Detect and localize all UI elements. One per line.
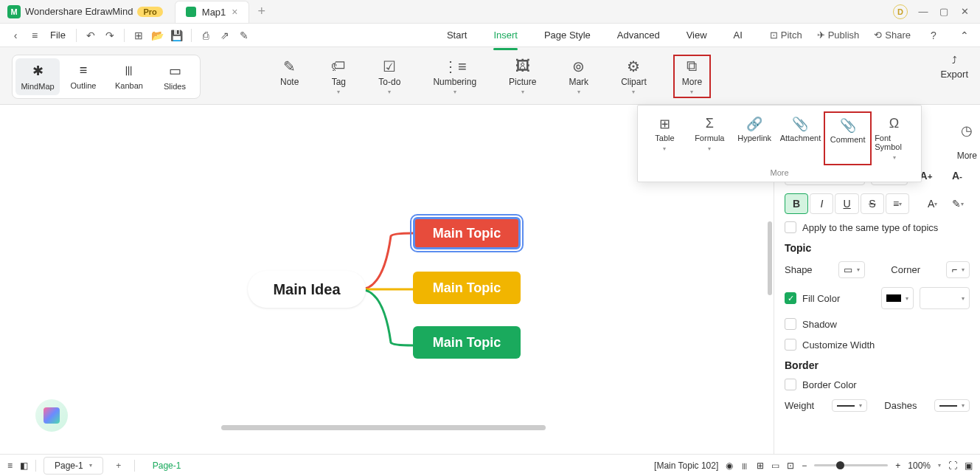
- back-icon[interactable]: ‹: [7, 27, 24, 44]
- outline-toggle-icon[interactable]: ≡: [7, 461, 13, 471]
- zoom-slider[interactable]: [814, 464, 888, 466]
- history-icon[interactable]: ◷: [961, 123, 973, 139]
- shape-select[interactable]: ▭▾: [838, 261, 865, 278]
- insert-todo[interactable]: ☑To-do▾: [372, 55, 406, 98]
- insert-clipart[interactable]: ⚙Clipart▾: [615, 55, 653, 98]
- fill-color-select[interactable]: ▾: [920, 287, 970, 309]
- menu-icon[interactable]: ≡: [27, 27, 43, 44]
- export-button[interactable]: ⤴Export: [940, 55, 968, 80]
- pitch-button[interactable]: ⊡Pitch: [770, 30, 802, 41]
- zoom-value[interactable]: 100%: [908, 461, 931, 471]
- share-button[interactable]: ⟲Share: [874, 30, 911, 41]
- minimize-icon[interactable]: —: [918, 7, 928, 17]
- border-section-label: Border: [785, 359, 970, 371]
- border-color-checkbox[interactable]: Border Color: [785, 379, 970, 390]
- redo-icon[interactable]: ↷: [102, 27, 118, 44]
- insert-mark[interactable]: ⊚Mark▾: [563, 55, 594, 98]
- insert-tag[interactable]: 🏷Tag▾: [325, 55, 352, 98]
- tab-ai[interactable]: AI: [734, 25, 743, 45]
- add-tab-button[interactable]: +: [258, 4, 266, 19]
- doc-icon: [186, 7, 196, 17]
- node-topic-3[interactable]: Main Topic: [413, 326, 521, 359]
- print-icon[interactable]: ⎙: [198, 27, 214, 44]
- view-mindmap[interactable]: ✱MindMap: [15, 58, 60, 95]
- maximize-icon[interactable]: ▢: [939, 7, 949, 17]
- share-icon[interactable]: ⇗: [217, 27, 233, 44]
- app-logo-icon: M: [7, 5, 21, 18]
- apply-same-checkbox[interactable]: Apply to the same type of topics: [785, 221, 970, 233]
- zoom-in-button[interactable]: +: [895, 461, 900, 471]
- fill-pattern-select[interactable]: ▾: [881, 287, 914, 309]
- publish-button[interactable]: ✈Publish: [817, 30, 860, 41]
- horizontal-scrollbar[interactable]: [221, 425, 546, 430]
- view-outline[interactable]: ≡Outline: [61, 58, 105, 95]
- status-icon-3[interactable]: ⊞: [757, 461, 764, 471]
- file-menu[interactable]: File: [50, 30, 66, 41]
- todo-icon: ☑: [383, 58, 396, 74]
- save-icon[interactable]: 💾: [169, 27, 185, 44]
- tab-view[interactable]: View: [687, 25, 707, 45]
- new-icon[interactable]: ⊞: [131, 27, 147, 44]
- more-comment[interactable]: 📎Comment: [824, 111, 872, 165]
- align-button[interactable]: ≡▾: [886, 193, 909, 214]
- topic-section-label: Topic: [785, 242, 970, 254]
- underline-button[interactable]: U: [835, 193, 858, 214]
- font-color-button[interactable]: A▾: [921, 193, 945, 214]
- active-page-label[interactable]: Page-1: [153, 461, 181, 471]
- tab-page-style[interactable]: Page Style: [544, 25, 591, 45]
- node-topic-1[interactable]: Main Topic: [413, 217, 521, 249]
- add-page-button[interactable]: +: [111, 458, 127, 474]
- status-icon-5[interactable]: ⊡: [787, 461, 794, 471]
- insert-picture[interactable]: 🖼Picture▾: [503, 55, 542, 98]
- customize-width-checkbox[interactable]: Customize Width: [785, 339, 970, 351]
- formula-icon: Σ: [706, 116, 714, 131]
- more-fontsymbol[interactable]: ΩFont Symbol▾: [872, 111, 917, 165]
- weight-select[interactable]: ▾: [832, 399, 867, 412]
- table-icon: ⊞: [659, 116, 670, 131]
- more-table[interactable]: ⊞Table▾: [642, 111, 687, 165]
- document-tab[interactable]: Map1 ×: [175, 1, 249, 23]
- bold-button[interactable]: B: [785, 193, 808, 214]
- more-attachment[interactable]: 📎Attachment: [777, 111, 824, 165]
- help-icon[interactable]: ?: [925, 27, 942, 44]
- insert-numbering[interactable]: ⋮≡Numbering▾: [427, 55, 482, 98]
- shadow-checkbox[interactable]: Shadow: [785, 318, 970, 330]
- ai-fab-button[interactable]: [35, 399, 68, 432]
- status-icon-1[interactable]: ◉: [726, 461, 733, 471]
- more-label[interactable]: More: [957, 151, 977, 161]
- view-slides[interactable]: ▭Slides: [153, 58, 197, 95]
- user-avatar[interactable]: D: [893, 4, 908, 19]
- node-main-idea[interactable]: Main Idea: [248, 271, 366, 308]
- page-select[interactable]: Page-1▾: [44, 457, 103, 475]
- fullscreen-icon[interactable]: ⛶: [948, 461, 957, 471]
- view-kanban[interactable]: ⫼Kanban: [107, 58, 151, 95]
- status-icon-2[interactable]: ⫼: [740, 461, 749, 471]
- close-tab-icon[interactable]: ×: [232, 6, 237, 18]
- insert-more[interactable]: ⧉More▾: [673, 55, 711, 98]
- collapse-ribbon-icon[interactable]: ⌃: [956, 27, 973, 44]
- undo-icon[interactable]: ↶: [83, 27, 99, 44]
- font-decrease-button[interactable]: A-: [945, 165, 970, 186]
- more-hyperlink[interactable]: 🔗Hyperlink: [732, 111, 777, 165]
- panel-toggle-icon[interactable]: ◧: [20, 461, 28, 471]
- strike-button[interactable]: S: [861, 193, 884, 214]
- node-topic-2[interactable]: Main Topic: [413, 272, 521, 304]
- corner-select[interactable]: ⌐▾: [946, 261, 970, 278]
- close-window-icon[interactable]: ✕: [959, 7, 970, 17]
- insert-note[interactable]: ✎Note: [274, 55, 305, 98]
- tab-insert[interactable]: Insert: [493, 25, 518, 45]
- status-icon-4[interactable]: ▭: [771, 461, 779, 471]
- fit-icon[interactable]: ▣: [965, 461, 973, 471]
- dashes-select[interactable]: ▾: [934, 399, 970, 412]
- highlight-button[interactable]: ✎▾: [946, 193, 970, 214]
- italic-button[interactable]: I: [810, 193, 833, 214]
- tab-advanced[interactable]: Advanced: [617, 25, 660, 45]
- zoom-out-button[interactable]: −: [802, 461, 807, 471]
- pro-badge: Pro: [137, 7, 162, 17]
- fill-color-checkbox[interactable]: ✓Fill Color: [785, 292, 840, 304]
- more-formula[interactable]: ΣFormula▾: [687, 111, 732, 165]
- edit-icon[interactable]: ✎: [236, 27, 252, 44]
- tab-start[interactable]: Start: [447, 25, 467, 45]
- open-icon[interactable]: 📂: [150, 27, 166, 44]
- vertical-scrollbar[interactable]: [768, 221, 772, 295]
